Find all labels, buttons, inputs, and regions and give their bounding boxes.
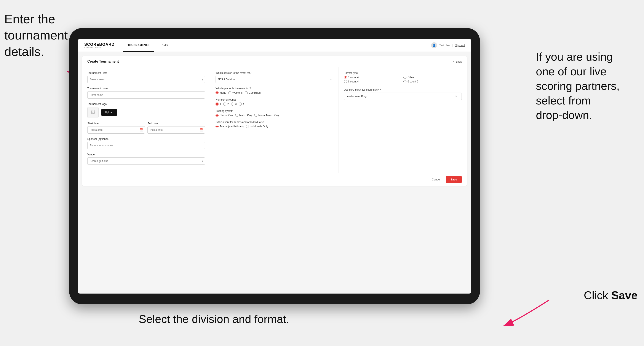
api-dropdown-icon[interactable]: ↕ [458,95,460,98]
venue-group: Venue ▾ [87,153,205,165]
logo-preview: 🖼 [87,107,98,118]
format-type-group: Format type 5 count 4 Other [344,71,462,83]
scoring-stroke-radio[interactable] [216,114,218,117]
logo-upload-area: 🖼 Upload [87,107,205,118]
gender-mens-radio[interactable] [216,91,218,94]
venue-label: Venue [87,153,205,156]
end-date-label: End date [148,122,205,125]
gender-womens-radio[interactable] [228,91,231,94]
scoring-radio-group: Stroke Play Match Play Medal Match Play [216,114,333,117]
event-type-radio-group: Teams (+Individuals) Individuals Only [216,125,333,128]
form-column-left: Tournament Host ▾ Tournament name [82,67,210,173]
tournament-logo-group: Tournament logo 🖼 Upload [87,103,205,118]
form-panel: Create Tournament < Back Tournament Host… [82,56,467,186]
upload-button[interactable]: Upload [101,109,117,116]
rounds-4[interactable]: 4 [239,103,244,106]
sponsor-input[interactable] [87,142,205,149]
tablet-screen: SCOREBOARD Powered by Clippit TOURNAMENT… [78,39,471,294]
tab-teams[interactable]: TEAMS [154,39,172,52]
tournament-host-group: Tournament Host ▾ [87,71,205,83]
division-select-wrap: NCAA Division I ▾ [216,76,333,83]
start-date-label: Start date [87,122,145,125]
format-5count4[interactable]: 5 count 4 [344,76,402,79]
tournament-host-input-wrap: ▾ [87,76,205,83]
event-teams[interactable]: Teams (+Individuals) [216,125,244,128]
back-link[interactable]: < Back [453,60,462,63]
app-container: SCOREBOARD Powered by Clippit TOURNAMENT… [78,39,471,294]
start-date-wrap: 📅 [87,126,145,134]
nav-left: SCOREBOARD Powered by Clippit TOURNAMENT… [84,39,172,52]
tab-tournaments[interactable]: TOURNAMENTS [123,39,154,52]
api-label: Use third-party live scoring API? [344,88,462,91]
rounds-4-radio[interactable] [239,103,242,106]
rounds-3[interactable]: 3 [231,103,237,106]
rounds-3-radio[interactable] [231,103,234,106]
gender-group: Which gender is the event for? Mens Wome… [216,87,333,94]
format-other[interactable]: Other [404,76,462,79]
end-date-group: End date 📅 [148,122,205,134]
rounds-2-radio[interactable] [223,103,226,106]
user-avatar: 👤 [431,42,437,48]
calendar-icon-end: 📅 [200,128,203,132]
format-other-radio[interactable] [404,76,406,79]
gender-radio-group: Mens Womens Combined [216,91,333,94]
annotation-bottom: Select the division and format. [117,312,311,327]
rounds-group: Number of rounds 1 2 [216,98,333,106]
sign-out-link[interactable]: Sign out [455,44,465,47]
format-5count4-radio[interactable] [344,76,347,79]
scoring-group: Scoring system Stroke Play Match Play [216,109,333,117]
format-6count4-radio[interactable] [344,80,347,83]
sponsor-group: Sponsor (optional) [87,138,205,149]
sponsor-label: Sponsor (optional) [87,138,205,141]
search-icon: ▾ [202,78,203,81]
api-group: Use third-party live scoring API? Leader… [344,88,462,100]
tablet-frame: SCOREBOARD Powered by Clippit TOURNAMENT… [69,28,480,304]
nav-right: 👤 Test User | Sign out [431,42,465,48]
venue-input-wrap: ▾ [87,157,205,165]
scoring-medal-match[interactable]: Medal Match Play [254,114,279,117]
gender-combined-radio[interactable] [245,91,248,94]
venue-input[interactable] [87,157,205,165]
format-6count5-radio[interactable] [404,80,406,83]
logo-sub: Powered by Clippit [84,46,114,48]
rounds-2[interactable]: 2 [223,103,229,106]
api-chip-actions[interactable]: × ↕ [455,95,460,98]
gender-combined[interactable]: Combined [245,91,261,94]
scoring-match[interactable]: Match Play [235,114,252,117]
user-separator: | [452,44,453,47]
start-date-group: Start date 📅 [87,122,145,134]
api-clear-icon[interactable]: × [455,95,457,98]
gender-mens[interactable]: Mens [216,91,226,94]
end-date-wrap: 📅 [148,126,205,134]
logo-text: SCOREBOARD [84,42,114,46]
event-individuals[interactable]: Individuals Only [246,125,268,128]
division-select[interactable]: NCAA Division I [216,76,333,83]
rounds-1[interactable]: 1 [216,103,221,106]
tournament-name-group: Tournament name [87,87,205,99]
event-teams-radio[interactable] [216,125,218,128]
scoring-medal-match-radio[interactable] [254,114,257,117]
form-column-right: Format type 5 count 4 Other [339,67,467,173]
event-type-label: Is this event for Teams and/or Individua… [216,121,333,124]
tournament-logo-label: Tournament logo [87,103,205,106]
annotation-topleft: Enter the tournament details. [4,11,68,60]
scoring-label: Scoring system [216,109,333,112]
start-date-input[interactable] [87,126,145,134]
api-chip-text: Leaderboard King [346,95,366,98]
form-column-middle: Which division is the event for? NCAA Di… [210,67,338,173]
save-button[interactable]: Save [446,176,462,183]
rounds-1-radio[interactable] [216,103,218,106]
gender-label: Which gender is the event for? [216,87,333,90]
tournament-name-input[interactable] [87,91,205,99]
end-date-input[interactable] [148,126,205,134]
cancel-button[interactable]: Cancel [429,176,443,182]
tournament-host-input[interactable] [87,76,205,83]
scoring-match-radio[interactable] [235,114,238,117]
format-6count5[interactable]: 6 count 5 [404,80,462,83]
user-name: Test User [439,44,450,47]
format-6count4[interactable]: 6 count 4 [344,80,402,83]
event-individuals-radio[interactable] [246,125,249,128]
gender-womens[interactable]: Womens [228,91,242,94]
form-footer: Cancel Save [82,173,467,186]
scoring-stroke[interactable]: Stroke Play [216,114,233,117]
